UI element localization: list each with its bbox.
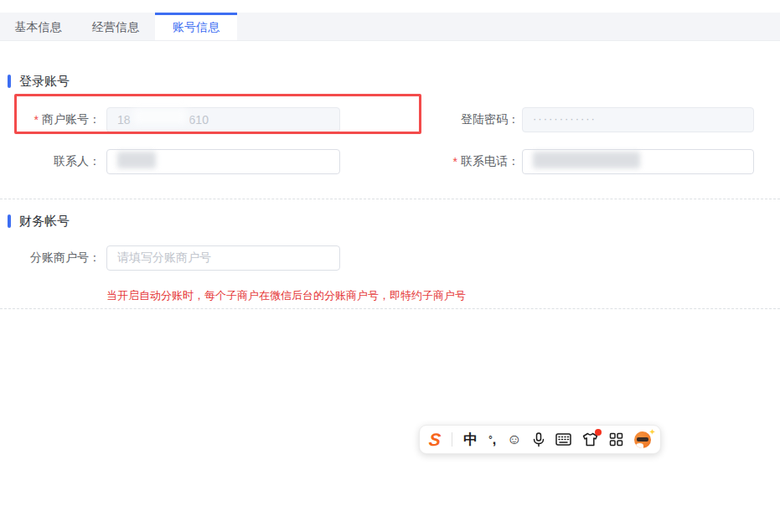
- toolbar-divider: [452, 432, 452, 447]
- skin-shop-icon[interactable]: [582, 432, 598, 447]
- section-marker-login: [8, 75, 11, 88]
- merchant-account-value-suffix: 610: [189, 113, 209, 127]
- notification-dot: [595, 429, 602, 436]
- login-password-input[interactable]: ············: [522, 107, 754, 132]
- section-title-login: 登录账号: [19, 74, 70, 90]
- tab-basic-info[interactable]: 基本信息: [0, 13, 76, 40]
- auto-split-hint-text: 当开启自动分账时，每个子商户在微信后台的分账商户号，即特约子商户号: [106, 288, 466, 303]
- tab-account-info[interactable]: 账号信息: [155, 13, 237, 40]
- contact-person-input[interactable]: [106, 149, 340, 174]
- contact-phone-input[interactable]: [522, 149, 754, 174]
- merchant-account-value-prefix: 18: [117, 113, 131, 127]
- split-merchant-no-input[interactable]: 请填写分账商户号: [106, 245, 340, 271]
- split-merchant-no-label: 分账商户号：: [0, 245, 101, 271]
- tab-basic-info-label: 基本信息: [15, 20, 62, 35]
- merchant-account-label: * 商户账号：: [0, 107, 101, 132]
- contact-person-label: 联系人：: [0, 149, 101, 174]
- assistant-mascot-icon[interactable]: ✦: [634, 431, 651, 448]
- required-asterisk: *: [453, 155, 457, 168]
- tab-account-info-label: 账号信息: [173, 20, 220, 35]
- merchant-account-input[interactable]: 18 610: [106, 107, 340, 132]
- section-divider: [0, 308, 780, 309]
- soft-keyboard-icon[interactable]: [555, 433, 571, 446]
- punctuation-icon[interactable]: °,: [488, 433, 496, 447]
- tab-business-info-label: 经营信息: [92, 20, 139, 35]
- section-marker-finance: [8, 214, 11, 228]
- redaction-blur: [117, 152, 156, 168]
- ime-toolbar: S 中 °, ☺: [419, 425, 661, 454]
- voice-input-icon[interactable]: [533, 432, 545, 447]
- contact-phone-label: * 联系电话：: [419, 149, 519, 174]
- toolbox-grid-icon[interactable]: [609, 432, 623, 447]
- sparkle-decor: ✦: [649, 427, 656, 436]
- section-divider: [0, 199, 780, 199]
- emoji-icon[interactable]: ☺: [507, 431, 521, 448]
- tab-business-info[interactable]: 经营信息: [76, 13, 155, 40]
- redaction-blur: [132, 108, 188, 125]
- sogou-logo-icon[interactable]: S: [429, 430, 441, 450]
- login-password-label: 登陆密码：: [419, 107, 519, 132]
- account-info-page: 基本信息 经营信息 账号信息 登录账号 * 商户账号： 18 610 登陆密码：…: [0, 0, 780, 532]
- tab-bar: 基本信息 经营信息 账号信息: [0, 13, 780, 41]
- split-merchant-no-placeholder: 请填写分账商户号: [117, 251, 211, 266]
- masked-password-dots: ············: [533, 112, 597, 125]
- required-asterisk: *: [34, 113, 39, 127]
- redaction-blur: [533, 152, 640, 168]
- section-title-finance: 财务帐号: [19, 214, 70, 230]
- chinese-english-toggle-icon[interactable]: 中: [463, 430, 478, 449]
